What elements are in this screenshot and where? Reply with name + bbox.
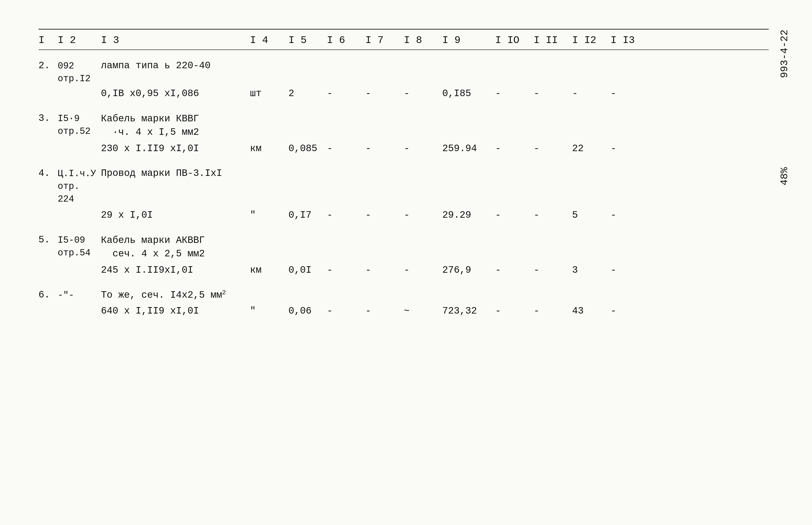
entry-5-desc2: 245 x I.II9xI,0I bbox=[101, 264, 250, 276]
entry-3-col11: - bbox=[534, 142, 572, 155]
entry-2-row2: 0,IB x0,95 xI,086 шт 2 - - - 0,I bbox=[39, 88, 769, 100]
col-header-12: I I2 bbox=[572, 34, 610, 47]
entry-4-col8: - bbox=[404, 209, 442, 222]
entry-3-col5: 0,085 bbox=[289, 142, 327, 155]
entry-4: 4. Ц.I.ч.У отр. 224 Провод марки ПВ-3.Ix… bbox=[39, 160, 769, 227]
entry-5-col7: - bbox=[365, 264, 404, 276]
entry-5-desc1: Кабель марки АКВВГ сеч. 4 x 2,5 мм2 bbox=[101, 234, 250, 261]
entry-6-row1: 6. -"- То же, сеч. I4x2,5 мм2 bbox=[39, 289, 769, 302]
entry-6-col9: 723,32 bbox=[442, 305, 495, 317]
entry-6-col10: - bbox=[495, 305, 534, 317]
entry-3-col9: 259.94 bbox=[442, 142, 495, 155]
entry-3-unit: км bbox=[250, 142, 289, 155]
entry-2-col7: - bbox=[365, 88, 404, 100]
entry-3-col6: - bbox=[327, 142, 365, 155]
entry-5-row2: 245 x I.II9xI,0I км 0,0I - - - 2 bbox=[39, 264, 769, 276]
entry-3-col12: 22 bbox=[572, 142, 610, 155]
entry-5-ref: I5-09 отр.54 bbox=[58, 234, 101, 259]
entry-4-col11: - bbox=[534, 209, 572, 222]
col-header-4: I 4 bbox=[250, 34, 289, 47]
entry-6-col11: - bbox=[534, 305, 572, 317]
entry-5-col11: - bbox=[534, 264, 572, 276]
entry-3-desc1: Кабель марки КВВГ ·ч. 4 x I,5 мм2 bbox=[101, 112, 250, 139]
entry-6-col6: - bbox=[327, 305, 365, 317]
entry-2-ref: 092 отр.I2 bbox=[58, 60, 101, 85]
entry-6-desc1: То же, сеч. I4x2,5 мм2 bbox=[101, 289, 250, 302]
col-header-3: I 3 bbox=[101, 34, 250, 47]
entry-6-col13: - bbox=[610, 305, 649, 317]
data-rows: 2. 092 отр.I2 лампа типа ь 220-40 0,IB x… bbox=[39, 50, 769, 322]
entry-4-row2: 29 x I,0I " 0,I7 - - - 29.29 bbox=[39, 209, 769, 222]
entry-5: 5. I5-09 отр.54 Кабель марки АКВВГ сеч. … bbox=[39, 227, 769, 282]
entry-5-col12: 3 bbox=[572, 264, 610, 276]
entry-2-row1: 2. 092 отр.I2 лампа типа ь 220-40 bbox=[39, 60, 769, 85]
entry-2-desc1: лампа типа ь 220-40 bbox=[101, 60, 250, 72]
entry-4-col9: 29.29 bbox=[442, 209, 495, 222]
col-header-5: I 5 bbox=[289, 34, 327, 47]
entry-6: 6. -"- То же, сеч. I4x2,5 мм2 640 х I,II… bbox=[39, 282, 769, 322]
entry-6-desc2: 640 х I,II9 xI,0I bbox=[101, 305, 250, 317]
entry-3-col13: - bbox=[610, 142, 649, 155]
entry-2-col12: - bbox=[572, 88, 610, 100]
entry-3-row1: 3. I5·9 отр.52 Кабель марки КВВГ ·ч. 4 x… bbox=[39, 112, 769, 139]
col-header-9: I 9 bbox=[442, 34, 495, 47]
entry-3-ref: I5·9 отр.52 bbox=[58, 112, 101, 138]
entry-6-ref: -"- bbox=[58, 289, 101, 302]
entry-6-unit: " bbox=[250, 305, 289, 317]
col-header-8: I 8 bbox=[404, 34, 442, 47]
entry-2-col10: - bbox=[495, 88, 534, 100]
entry-4-col10: - bbox=[495, 209, 534, 222]
header-side-note: 993-4-22 bbox=[779, 30, 791, 78]
entry-2-desc2: 0,IB x0,95 xI,086 bbox=[101, 88, 250, 100]
entry-4-desc1: Провод марки ПВ-3.IxI bbox=[101, 167, 250, 180]
col-header-10: I IO bbox=[495, 34, 534, 47]
entry-5-col5: 0,0I bbox=[289, 264, 327, 276]
entry-3-col8: - bbox=[404, 142, 442, 155]
entry-6-col5: 0,06 bbox=[289, 305, 327, 317]
entry-4-col13: - bbox=[610, 209, 649, 222]
entry-2-col9: 0,I85 bbox=[442, 88, 495, 100]
entry-2-col6: - bbox=[327, 88, 365, 100]
entry-2-col13: - bbox=[610, 88, 649, 100]
col-header-1: I bbox=[39, 34, 58, 47]
entry-5-col8: - bbox=[404, 264, 442, 276]
entry-2-col11: - bbox=[534, 88, 572, 100]
entry-6-num: 6. bbox=[39, 289, 58, 301]
entry-4-side-note: 48% bbox=[779, 167, 791, 185]
entry-3-desc2: 230 x I.II9 xI,0I bbox=[101, 142, 250, 155]
entry-4-desc2: 29 x I,0I bbox=[101, 209, 250, 222]
entry-4-row1: 4. Ц.I.ч.У отр. 224 Провод марки ПВ-3.Ix… bbox=[39, 167, 769, 206]
entry-5-col10: - bbox=[495, 264, 534, 276]
col-header-6: I 6 bbox=[327, 34, 365, 47]
entry-3-col10: - bbox=[495, 142, 534, 155]
entry-4-col5: 0,I7 bbox=[289, 209, 327, 222]
entry-3-col7: - bbox=[365, 142, 404, 155]
entry-5-col13: - bbox=[610, 264, 649, 276]
entry-5-unit: км bbox=[250, 264, 289, 276]
entry-2-unit: шт bbox=[250, 88, 289, 100]
entry-4-col7: - bbox=[365, 209, 404, 222]
entry-3: 3. I5·9 отр.52 Кабель марки КВВГ ·ч. 4 x… bbox=[39, 105, 769, 160]
page: I I 2 I 3 I 4 I 5 I 6 I 7 I 8 I 9 I IO I bbox=[0, 0, 812, 525]
entry-2-num: 2. bbox=[39, 60, 58, 72]
entry-5-col9: 276,9 bbox=[442, 264, 495, 276]
entry-4-col6: - bbox=[327, 209, 365, 222]
entry-2: 2. 092 отр.I2 лампа типа ь 220-40 0,IB x… bbox=[39, 50, 769, 105]
entry-4-num: 4. bbox=[39, 167, 58, 180]
entry-3-row2: 230 x I.II9 xI,0I км 0,085 - - - bbox=[39, 142, 769, 155]
entry-6-row2: 640 х I,II9 xI,0I " 0,06 - - ~ 7 bbox=[39, 305, 769, 317]
entry-4-unit: " bbox=[250, 209, 289, 222]
col-header-2: I 2 bbox=[58, 34, 101, 47]
entry-5-row1: 5. I5-09 отр.54 Кабель марки АКВВГ сеч. … bbox=[39, 234, 769, 261]
entry-6-col7: - bbox=[365, 305, 404, 317]
col-header-11: I II bbox=[534, 34, 572, 47]
column-header-row: I I 2 I 3 I 4 I 5 I 6 I 7 I 8 I 9 I IO I bbox=[39, 30, 769, 50]
entry-2-col5: 2 bbox=[289, 88, 327, 100]
entry-6-col8: ~ bbox=[404, 305, 442, 317]
col-header-7: I 7 bbox=[365, 34, 404, 47]
entry-5-col6: - bbox=[327, 264, 365, 276]
entry-2-col8: - bbox=[404, 88, 442, 100]
entry-3-num: 3. bbox=[39, 112, 58, 125]
entry-4-ref: Ц.I.ч.У отр. 224 bbox=[58, 167, 101, 206]
entry-6-col12: 43 bbox=[572, 305, 610, 317]
